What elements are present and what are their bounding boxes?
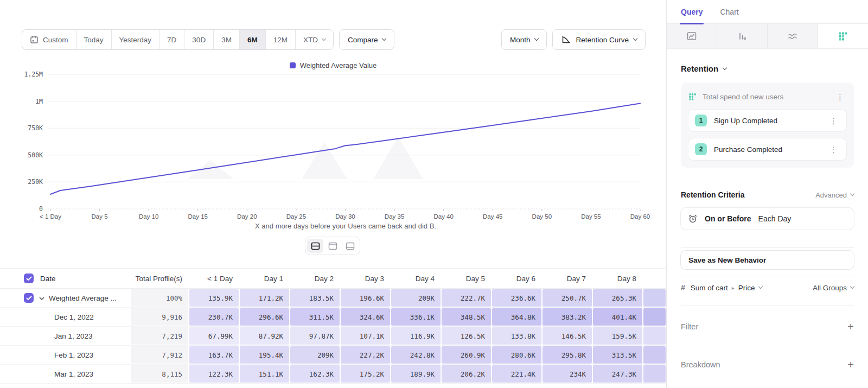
retention-value-cell[interactable]: 196.6K (340, 289, 391, 307)
insights-icon[interactable] (667, 24, 717, 48)
table-row[interactable]: Feb 1, 20237,912163.7K195.4K209K227.2K24… (0, 346, 666, 365)
chevron-down-icon[interactable] (39, 294, 44, 302)
retention-value-cell[interactable]: 151.1K (239, 365, 290, 383)
retention-value-cell[interactable]: 222.7K (441, 289, 492, 307)
compare-button[interactable]: Compare (339, 29, 395, 50)
layout-split-button[interactable] (307, 239, 323, 253)
retention-value-cell[interactable]: 383.2K (542, 308, 592, 326)
retention-value-cell[interactable]: 296.6K (239, 308, 290, 326)
retention-value-cell[interactable]: 295.8K (542, 346, 592, 364)
flows-icon[interactable] (768, 24, 818, 48)
retention-value-cell[interactable]: 280.6K (492, 346, 542, 364)
retention-value-cell[interactable]: 116.9K (391, 327, 441, 345)
range-today[interactable]: Today (76, 30, 111, 49)
retention-value-cell[interactable]: 162.3K (290, 365, 340, 383)
retention-value-cell[interactable]: 311.5K (290, 308, 340, 326)
retention-value-cell[interactable]: 87.92K (239, 327, 290, 345)
cell-value: 222.7K (442, 289, 491, 307)
behavior-step-purchase-completed[interactable]: 2Purchase Completed⋮ (688, 138, 846, 160)
cell-value: 146.5K (542, 327, 592, 345)
retention-value-cell[interactable]: 236.6K (492, 289, 542, 307)
total-profiles-cell[interactable]: 8,115 (130, 365, 189, 383)
range-xtd[interactable]: XTD (295, 30, 333, 49)
chart-type-button[interactable]: Retention Curve (552, 29, 646, 50)
granularity-button[interactable]: Month (501, 29, 547, 50)
kebab-menu-icon[interactable]: ⋮ (827, 144, 840, 155)
retention-value-cell[interactable]: 242.8K (391, 346, 441, 364)
retention-value-cell[interactable]: 107.1K (340, 327, 391, 345)
range-12m[interactable]: 12M (265, 30, 295, 49)
add-filter-button[interactable]: + (847, 321, 854, 332)
tab-chart[interactable]: Chart (720, 0, 738, 24)
tab-query[interactable]: Query (681, 0, 703, 24)
retention-value-cell[interactable]: 250.7K (542, 289, 592, 307)
retention-value-cell[interactable]: 163.7K (189, 346, 239, 364)
retention-value-cell[interactable]: 135.9K (189, 289, 239, 307)
step-label: Purchase Completed (714, 145, 782, 154)
select-all-checkbox[interactable] (24, 273, 34, 283)
range-custom[interactable]: Custom (22, 30, 76, 49)
total-profiles-cell[interactable]: 9,916 (130, 308, 189, 326)
layout-table-only-button[interactable] (342, 239, 358, 253)
retention-icon[interactable] (818, 24, 868, 48)
retention-value-cell[interactable]: 336.1K (391, 308, 441, 326)
retention-value-cell[interactable]: 171.2K (239, 289, 290, 307)
range-6m[interactable]: 6M (239, 30, 265, 49)
weighted-average-line[interactable] (50, 104, 640, 194)
retention-value-cell[interactable]: 67.99K (189, 327, 239, 345)
range-7d[interactable]: 7D (159, 30, 184, 49)
retention-value-cell[interactable]: 348.5K (441, 308, 492, 326)
retention-value-cell[interactable]: 146.5K (542, 327, 592, 345)
retention-value-cell[interactable]: 206.2K (441, 365, 492, 383)
table-row[interactable]: Weighted Average ...100%135.9K171.2K183.… (0, 289, 666, 308)
retention-value-cell[interactable]: 175.2K (340, 365, 391, 383)
kebab-menu-icon[interactable]: ⋮ (827, 116, 840, 126)
table-row[interactable]: Mar 1, 20238,115122.3K151.1K162.3K175.2K… (0, 365, 666, 384)
retention-value-cell[interactable]: 183.5K (290, 289, 340, 307)
retention-value-cell[interactable]: 227.2K (340, 346, 391, 364)
group-selector-dropdown[interactable]: All Groups (813, 284, 854, 292)
retention-value-cell[interactable]: 401.4K (592, 308, 643, 326)
measure-property-dropdown[interactable]: Sum of cart ▸ Price (691, 284, 762, 292)
behavior-step-sign-up-completed[interactable]: 1Sign Up Completed⋮ (688, 110, 846, 131)
layout-chart-only-button[interactable] (324, 239, 341, 253)
total-profiles-cell[interactable]: 100% (130, 289, 189, 307)
x-axis-tick-label: Day 15 (188, 213, 208, 220)
retention-section-dropdown[interactable]: Retention (681, 64, 854, 73)
retention-value-cell[interactable]: 122.3K (189, 365, 239, 383)
retention-line-chart[interactable]: 1.25M1M750K500K250K0< 1 DayDay 5Day 10Da… (0, 60, 666, 233)
retention-value-cell[interactable]: 313.5K (592, 346, 643, 364)
retention-timing-card[interactable]: On or Before Each Day (681, 208, 854, 230)
retention-value-cell[interactable]: 324.6K (340, 308, 391, 326)
kebab-menu-icon[interactable]: ⋮ (834, 92, 846, 102)
retention-value-cell[interactable]: 209K (391, 289, 441, 307)
total-profiles-cell[interactable]: 7,912 (130, 346, 189, 364)
retention-value-cell[interactable]: 230.7K (189, 308, 239, 326)
retention-value-cell[interactable]: 247.3K (592, 365, 643, 383)
funnels-icon[interactable] (717, 24, 768, 48)
retention-value-cell[interactable]: 97.87K (290, 327, 340, 345)
table-row[interactable]: Jan 1, 20237,21967.99K87.92K97.87K107.1K… (0, 327, 666, 346)
row-checkbox[interactable] (24, 293, 34, 303)
retention-value-cell[interactable]: 133.8K (492, 327, 542, 345)
range-yesterday[interactable]: Yesterday (111, 30, 159, 49)
breakdown-label: Breakdown (681, 360, 720, 369)
add-breakdown-button[interactable]: + (847, 359, 854, 370)
breadcrumb-arrow-icon: ▸ (732, 285, 735, 291)
retention-value-cell[interactable]: 189.9K (391, 365, 441, 383)
retention-value-cell[interactable]: 195.4K (239, 346, 290, 364)
advanced-dropdown[interactable]: Advanced (815, 191, 854, 199)
range-30d[interactable]: 30D (184, 30, 213, 49)
retention-value-cell[interactable]: 209K (290, 346, 340, 364)
retention-value-cell[interactable]: 234K (542, 365, 592, 383)
retention-value-cell[interactable]: 364.8K (492, 308, 542, 326)
range-3m[interactable]: 3M (213, 30, 239, 49)
table-row[interactable]: Dec 1, 20229,916230.7K296.6K311.5K324.6K… (0, 308, 666, 327)
retention-value-cell[interactable]: 260.9K (441, 346, 492, 364)
retention-value-cell[interactable]: 159.5K (592, 327, 643, 345)
retention-value-cell[interactable]: 221.4K (492, 365, 542, 383)
total-profiles-cell[interactable]: 7,219 (130, 327, 189, 345)
save-as-new-behavior-button[interactable]: Save as New Behavior (681, 251, 854, 269)
retention-value-cell[interactable]: 126.5K (441, 327, 492, 345)
retention-value-cell[interactable]: 265.3K (592, 289, 643, 307)
